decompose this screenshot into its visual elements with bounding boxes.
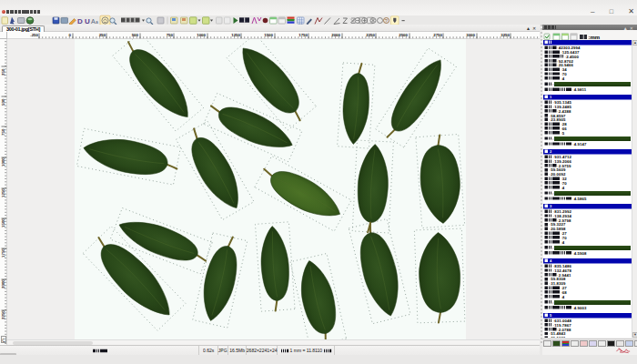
svg-text:2500: 2500 xyxy=(399,33,408,37)
svg-text:750: 750 xyxy=(1,128,5,136)
svg-text:2750: 2750 xyxy=(433,33,442,37)
svg-text:1750: 1750 xyxy=(1,248,5,258)
svg-text:250: 250 xyxy=(99,33,106,37)
svg-text:1500: 1500 xyxy=(264,33,273,37)
svg-text:3000: 3000 xyxy=(466,33,475,37)
svg-text:2250: 2250 xyxy=(1,310,5,319)
svg-text:1250: 1250 xyxy=(1,188,5,197)
svg-text:-250: -250 xyxy=(30,33,38,37)
svg-text:1000: 1000 xyxy=(1,157,5,167)
svg-text:1500: 1500 xyxy=(1,218,5,228)
svg-text:1250: 1250 xyxy=(231,33,240,37)
svg-text:2250: 2250 xyxy=(366,33,375,37)
svg-text:2000: 2000 xyxy=(1,279,5,288)
svg-text:3250: 3250 xyxy=(500,33,510,37)
svg-text:1750: 1750 xyxy=(298,33,308,37)
svg-text::mm: :mm xyxy=(589,35,601,40)
svg-text:750: 750 xyxy=(167,33,174,37)
svg-text:?: ? xyxy=(385,18,388,24)
svg-text:1000: 1000 xyxy=(197,33,206,37)
svg-text:2000: 2000 xyxy=(331,33,340,37)
svg-text:500: 500 xyxy=(132,33,139,37)
